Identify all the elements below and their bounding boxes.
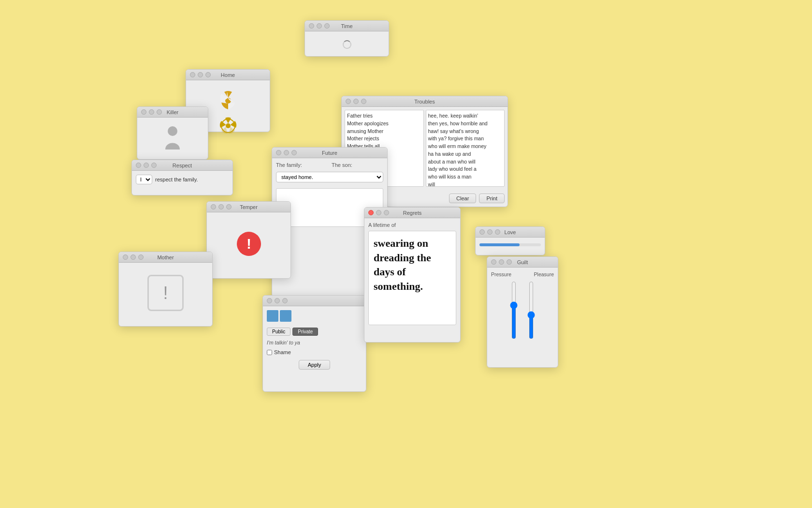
love-titlebar: Love: [476, 227, 545, 238]
time-title: Time: [341, 23, 352, 29]
regrets-text-box: swearing ondreading thedays ofsomething.: [368, 231, 456, 325]
minimize-button[interactable]: [487, 229, 493, 235]
maximize-button[interactable]: [138, 254, 144, 260]
close-button[interactable]: [211, 204, 216, 209]
close-button[interactable]: [491, 259, 496, 265]
maximize-button[interactable]: [507, 259, 512, 265]
exclamation-icon: !: [163, 283, 168, 303]
temper-window: Temper !: [206, 201, 291, 279]
pleasure-slider[interactable]: [526, 281, 536, 339]
mother-content: !: [119, 263, 212, 323]
maximize-button[interactable]: [151, 163, 157, 168]
future-select[interactable]: stayed home.: [276, 172, 383, 182]
blue-square-1: [267, 310, 278, 322]
respect-select[interactable]: I: [136, 175, 152, 184]
regrets-title: Regrets: [403, 210, 422, 216]
respect-titlebar: Respect: [132, 160, 232, 171]
pub-priv-row: Public Private: [263, 326, 366, 338]
pleasure-slider-wrap: [526, 281, 536, 354]
close-button[interactable]: [123, 254, 128, 260]
minimize-button[interactable]: [317, 23, 322, 29]
close-button[interactable]: [267, 298, 272, 303]
guilt-titlebar: Guilt: [487, 257, 558, 268]
troubles-titlebar: Troubles: [342, 96, 508, 107]
svg-point-1: [226, 123, 231, 128]
guilt-window: Guilt Pressure Pleasure: [487, 256, 558, 368]
radiation-icon: [217, 89, 240, 112]
minimize-button[interactable]: [149, 109, 154, 115]
close-button[interactable]: [309, 23, 314, 29]
future-title: Future: [322, 150, 337, 156]
pleasure-label: Pleasure: [534, 271, 554, 277]
minimize-button[interactable]: [353, 99, 359, 104]
public-button[interactable]: Public: [267, 328, 290, 336]
maximize-button[interactable]: [282, 298, 288, 303]
minimize-button[interactable]: [284, 150, 289, 155]
maximize-button[interactable]: [495, 229, 500, 235]
close-button[interactable]: [368, 210, 374, 215]
home-titlebar: Home: [186, 70, 270, 80]
guilt-title: Guilt: [517, 259, 528, 265]
regrets-subtitle: A lifetime of: [368, 222, 456, 228]
pressure-slider[interactable]: [509, 281, 519, 339]
warning-icon: !: [236, 231, 261, 256]
close-button[interactable]: [141, 109, 146, 115]
close-button[interactable]: [276, 150, 281, 155]
maximize-button[interactable]: [291, 150, 297, 155]
mother-title: Mother: [157, 254, 174, 260]
respect-title: Respect: [173, 163, 192, 168]
maximize-button[interactable]: [205, 72, 211, 77]
traffic-lights: [267, 298, 288, 303]
love-title: Love: [505, 229, 516, 235]
person-icon: [163, 125, 182, 149]
temper-titlebar: Temper: [207, 202, 290, 212]
close-button[interactable]: [136, 163, 141, 168]
traffic-lights: [190, 72, 211, 77]
private-button[interactable]: Private: [292, 328, 318, 336]
minimize-button[interactable]: [218, 204, 224, 209]
traffic-lights: [276, 150, 297, 155]
blue-squares: [263, 306, 366, 326]
mother-alert-box: !: [147, 275, 184, 311]
killer-window: Killer: [137, 106, 208, 160]
traffic-lights: [491, 259, 512, 265]
guilt-labels: Pressure Pleasure: [491, 271, 554, 277]
mother-titlebar: Mother: [119, 252, 212, 263]
future-row: The family: The son:: [276, 162, 383, 168]
love-bar-fill: [479, 243, 520, 246]
minimize-button[interactable]: [130, 254, 136, 260]
future-titlebar: Future: [272, 148, 387, 158]
close-button[interactable]: [346, 99, 351, 104]
love-bar-track: [479, 243, 541, 246]
close-button[interactable]: [190, 72, 195, 77]
close-button[interactable]: [479, 229, 485, 235]
love-window: Love: [475, 226, 545, 255]
maximize-button[interactable]: [226, 204, 232, 209]
clear-button[interactable]: Clear: [449, 194, 476, 203]
shame-checkbox[interactable]: [267, 350, 272, 355]
traffic-lights: [309, 23, 330, 29]
minimize-button[interactable]: [499, 259, 504, 265]
loading-spinner: [343, 40, 351, 49]
apply-button[interactable]: Apply: [299, 360, 331, 370]
killer-content: [137, 118, 208, 156]
minimize-button[interactable]: [198, 72, 203, 77]
minimize-button[interactable]: [144, 163, 149, 168]
public-window: Public Private I'm talkin' to ya Shame A…: [262, 295, 366, 392]
traffic-lights: [346, 99, 366, 104]
maximize-button[interactable]: [384, 210, 389, 215]
traffic-lights: [479, 229, 500, 235]
shame-label: Shame: [274, 349, 291, 355]
respect-window: Respect I respect the family.: [131, 160, 233, 195]
print-button[interactable]: Print: [479, 194, 505, 203]
mother-window: Mother !: [118, 252, 213, 327]
maximize-button[interactable]: [361, 99, 366, 104]
guilt-sliders: [491, 281, 554, 354]
minimize-button[interactable]: [376, 210, 381, 215]
regrets-content: A lifetime of swearing ondreading theday…: [364, 218, 460, 329]
killer-title: Killer: [167, 109, 178, 115]
minimize-button[interactable]: [275, 298, 280, 303]
maximize-button[interactable]: [157, 109, 162, 115]
maximize-button[interactable]: [324, 23, 330, 29]
future-son-label: The son:: [332, 162, 383, 168]
